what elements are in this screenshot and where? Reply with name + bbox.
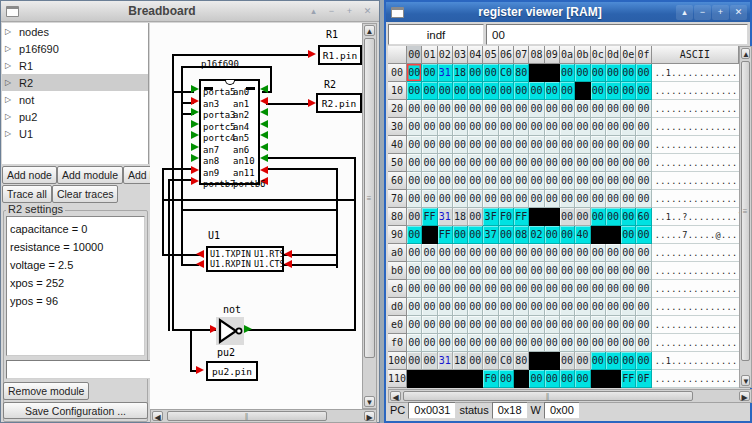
reg-cell-70-02[interactable]: 00 [438, 190, 453, 208]
reg-cell-40-0e[interactable]: 00 [621, 136, 636, 154]
reg-cell-60-0c[interactable]: 00 [591, 172, 606, 190]
reg-cell-10-0a[interactable]: 00 [560, 82, 575, 100]
reg-cell-20-0f[interactable]: 00 [636, 100, 651, 118]
trace-all-button[interactable]: Trace all [2, 185, 52, 203]
reg-cell-60-08[interactable]: 00 [529, 172, 544, 190]
reg-cell-110-0f[interactable]: 0F [636, 370, 651, 388]
reg-cell-d0-0c[interactable]: 00 [591, 298, 606, 316]
reg-cell-110-07[interactable] [514, 370, 529, 388]
reg-cell-d0-0d[interactable]: 00 [606, 298, 621, 316]
reg-cell-c0-0a[interactable]: 00 [560, 280, 575, 298]
reg-cell-c0-02[interactable]: 00 [438, 280, 453, 298]
reg-cell-a0-0b[interactable]: 00 [575, 244, 590, 262]
tree-item-U1[interactable]: ▷U1 [2, 125, 148, 142]
reg-cell-d0-0a[interactable]: 00 [560, 298, 575, 316]
reg-cell-10-00[interactable]: 00 [407, 82, 422, 100]
reg-cell-60-0d[interactable]: 00 [606, 172, 621, 190]
reg-cell-f0-0d[interactable]: 00 [606, 334, 621, 352]
reg-cell-d0-04[interactable]: 00 [468, 298, 483, 316]
scroll-right-icon[interactable]: ▶ [739, 391, 750, 401]
reg-cell-90-0f[interactable]: 00 [636, 226, 651, 244]
reg-cell-40-0b[interactable]: 00 [575, 136, 590, 154]
reg-cell-10-0e[interactable]: 00 [621, 82, 636, 100]
scroll-right-icon[interactable]: ▶ [364, 411, 375, 421]
reg-cell-10-0d[interactable]: 00 [606, 82, 621, 100]
reg-cell-00-05[interactable]: 00 [483, 64, 498, 82]
reg-cell-60-06[interactable]: 00 [499, 172, 514, 190]
reg-cell-110-01[interactable] [422, 370, 437, 388]
reg-cell-80-08[interactable] [529, 208, 544, 226]
reg-cell-e0-01[interactable]: 00 [422, 316, 437, 334]
reg-cell-40-07[interactable]: 00 [514, 136, 529, 154]
reg-cell-30-01[interactable]: 00 [422, 118, 437, 136]
reg-cell-10-07[interactable]: 00 [514, 82, 529, 100]
reg-cell-b0-04[interactable]: 00 [468, 262, 483, 280]
expander-icon[interactable]: ▷ [5, 129, 13, 138]
reg-cell-20-0a[interactable]: 00 [560, 100, 575, 118]
reg-cell-60-0b[interactable]: 00 [575, 172, 590, 190]
reg-cell-100-0a[interactable]: 00 [560, 352, 575, 370]
reg-cell-10-09[interactable]: 00 [545, 82, 560, 100]
reg-cell-30-02[interactable]: 00 [438, 118, 453, 136]
scroll-down-icon[interactable]: ▼ [741, 375, 750, 386]
reg-cell-10-0f[interactable]: 00 [636, 82, 651, 100]
reg-cell-100-0c[interactable]: 00 [591, 352, 606, 370]
reg-cell-100-07[interactable]: 80 [514, 352, 529, 370]
reg-cell-30-08[interactable]: 00 [529, 118, 544, 136]
reg-cell-f0-01[interactable]: 00 [422, 334, 437, 352]
reg-cell-50-09[interactable]: 00 [545, 154, 560, 172]
shade-button[interactable]: ▴ [676, 5, 693, 20]
reg-cell-90-00[interactable]: 00 [407, 226, 422, 244]
reg-cell-e0-02[interactable]: 00 [438, 316, 453, 334]
reg-cell-10-04[interactable]: 00 [468, 82, 483, 100]
reg-cell-b0-00[interactable]: 00 [407, 262, 422, 280]
reg-cell-20-0b[interactable]: 00 [575, 100, 590, 118]
reg-cell-20-0c[interactable]: 00 [591, 100, 606, 118]
reg-cell-40-0f[interactable]: 00 [636, 136, 651, 154]
reg-cell-40-05[interactable]: 00 [483, 136, 498, 154]
reg-cell-d0-03[interactable]: 00 [453, 298, 468, 316]
reg-cell-b0-0b[interactable]: 00 [575, 262, 590, 280]
reg-cell-50-0c[interactable]: 00 [591, 154, 606, 172]
tree-item-p16f690[interactable]: ▷p16f690 [2, 40, 148, 57]
scroll-up-icon[interactable]: ▲ [741, 48, 750, 59]
reg-cell-d0-02[interactable]: 00 [438, 298, 453, 316]
reg-cell-c0-0e[interactable]: 00 [621, 280, 636, 298]
reg-cell-90-0b[interactable]: 40 [575, 226, 590, 244]
reg-cell-70-05[interactable]: 00 [483, 190, 498, 208]
reg-cell-e0-0c[interactable]: 00 [591, 316, 606, 334]
reg-cell-110-06[interactable]: 00 [499, 370, 514, 388]
reg-cell-70-0f[interactable]: 00 [636, 190, 651, 208]
reg-cell-00-0f[interactable]: 00 [636, 64, 651, 82]
reg-cell-20-0e[interactable]: 00 [621, 100, 636, 118]
reg-cell-e0-00[interactable]: 00 [407, 316, 422, 334]
reg-cell-10-06[interactable]: 00 [499, 82, 514, 100]
reg-cell-e0-05[interactable]: 00 [483, 316, 498, 334]
canvas-vscrollbar[interactable]: ▲ ≡ ▼ [362, 23, 377, 409]
reg-cell-50-0d[interactable]: 00 [606, 154, 621, 172]
reg-cell-40-03[interactable]: 00 [453, 136, 468, 154]
reg-cell-d0-01[interactable]: 00 [422, 298, 437, 316]
scroll-left-icon[interactable]: ◀ [152, 411, 163, 421]
reg-cell-a0-0f[interactable]: 00 [636, 244, 651, 262]
reg-cell-f0-08[interactable]: 00 [529, 334, 544, 352]
reg-cell-a0-08[interactable]: 00 [529, 244, 544, 262]
reg-cell-70-07[interactable]: 00 [514, 190, 529, 208]
remove-module-button[interactable]: Remove module [3, 382, 89, 400]
reg-cell-f0-00[interactable]: 00 [407, 334, 422, 352]
reg-cell-b0-03[interactable]: 00 [453, 262, 468, 280]
expander-icon[interactable]: ▷ [5, 95, 13, 104]
reg-cell-80-0b[interactable]: 00 [575, 208, 590, 226]
reg-cell-110-02[interactable] [438, 370, 453, 388]
reg-cell-d0-0f[interactable]: 00 [636, 298, 651, 316]
reg-cell-50-0f[interactable]: 00 [636, 154, 651, 172]
add-module-button[interactable]: Add module [57, 166, 123, 184]
reg-cell-110-0e[interactable]: FF [621, 370, 636, 388]
reg-cell-f0-04[interactable]: 00 [468, 334, 483, 352]
reg-cell-e0-03[interactable]: 00 [453, 316, 468, 334]
u1-box[interactable]: U1.TXPINU1.RTSU1.RXPINU1.CTS [206, 246, 284, 272]
reg-cell-80-0c[interactable]: 00 [591, 208, 606, 226]
reg-cell-90-08[interactable]: 02 [529, 226, 544, 244]
reg-cell-90-0c[interactable] [591, 226, 606, 244]
reg-cell-70-08[interactable]: 00 [529, 190, 544, 208]
